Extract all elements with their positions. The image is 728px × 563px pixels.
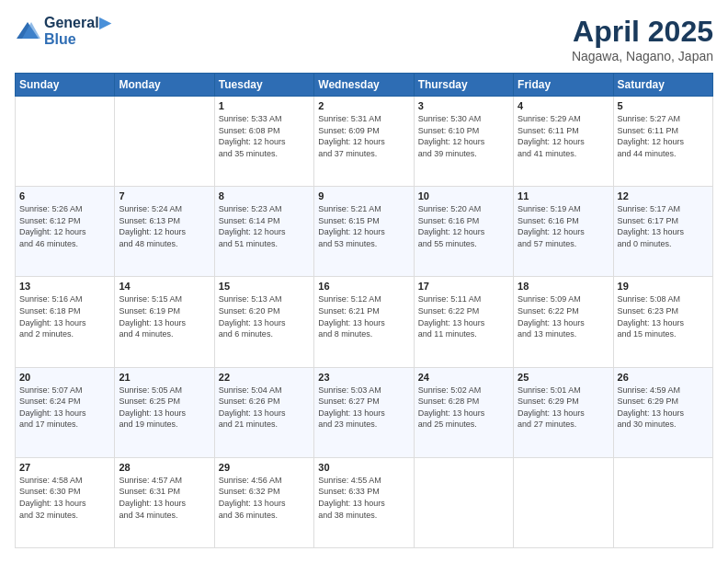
title-section: April 2025 Nagawa, Nagano, Japan: [572, 15, 713, 63]
calendar-week-row: 6Sunrise: 5:26 AM Sunset: 6:12 PM Daylig…: [16, 187, 713, 277]
table-row: 21Sunrise: 5:05 AM Sunset: 6:25 PM Dayli…: [115, 367, 214, 457]
day-number: 19: [618, 281, 709, 292]
day-info: Sunrise: 4:57 AM Sunset: 6:31 PM Dayligh…: [119, 475, 210, 521]
col-wednesday: Wednesday: [314, 74, 414, 97]
day-number: 11: [518, 190, 609, 201]
table-row: [414, 457, 513, 547]
table-row: 30Sunrise: 4:55 AM Sunset: 6:33 PM Dayli…: [314, 457, 414, 547]
table-row: 26Sunrise: 4:59 AM Sunset: 6:29 PM Dayli…: [613, 367, 712, 457]
day-number: 24: [418, 372, 509, 383]
day-info: Sunrise: 5:33 AM Sunset: 6:08 PM Dayligh…: [219, 113, 310, 159]
day-number: 27: [19, 462, 110, 473]
day-info: Sunrise: 5:13 AM Sunset: 6:20 PM Dayligh…: [219, 293, 310, 339]
table-row: [514, 457, 613, 547]
day-info: Sunrise: 5:30 AM Sunset: 6:10 PM Dayligh…: [418, 113, 509, 159]
table-row: [16, 97, 115, 187]
day-number: 18: [518, 281, 609, 292]
table-row: 29Sunrise: 4:56 AM Sunset: 6:32 PM Dayli…: [214, 457, 313, 547]
table-row: 5Sunrise: 5:27 AM Sunset: 6:11 PM Daylig…: [613, 97, 712, 187]
day-number: 7: [119, 190, 210, 201]
day-number: 26: [618, 372, 709, 383]
day-number: 15: [219, 281, 310, 292]
day-number: 6: [19, 190, 110, 201]
day-info: Sunrise: 5:24 AM Sunset: 6:13 PM Dayligh…: [119, 203, 210, 249]
day-info: Sunrise: 5:12 AM Sunset: 6:21 PM Dayligh…: [318, 293, 409, 339]
day-number: 21: [119, 372, 210, 383]
day-info: Sunrise: 5:17 AM Sunset: 6:17 PM Dayligh…: [618, 203, 709, 249]
day-number: 20: [19, 372, 110, 383]
day-number: 1: [219, 100, 310, 111]
day-number: 12: [618, 190, 709, 201]
table-row: 3Sunrise: 5:30 AM Sunset: 6:10 PM Daylig…: [414, 97, 513, 187]
day-info: Sunrise: 5:11 AM Sunset: 6:22 PM Dayligh…: [418, 293, 509, 339]
logo-text-line1: General▶: [44, 15, 110, 31]
day-info: Sunrise: 4:55 AM Sunset: 6:33 PM Dayligh…: [318, 475, 409, 521]
table-row: 27Sunrise: 4:58 AM Sunset: 6:30 PM Dayli…: [16, 457, 115, 547]
day-number: 4: [518, 100, 609, 111]
page: General▶ Blue April 2025 Nagawa, Nagano,…: [0, 0, 728, 563]
day-info: Sunrise: 5:03 AM Sunset: 6:27 PM Dayligh…: [318, 385, 409, 431]
day-info: Sunrise: 5:08 AM Sunset: 6:23 PM Dayligh…: [618, 293, 709, 339]
day-info: Sunrise: 5:05 AM Sunset: 6:25 PM Dayligh…: [119, 385, 210, 431]
day-number: 2: [318, 100, 409, 111]
day-info: Sunrise: 5:29 AM Sunset: 6:11 PM Dayligh…: [518, 113, 609, 159]
logo-icon: [15, 18, 40, 44]
day-info: Sunrise: 5:16 AM Sunset: 6:18 PM Dayligh…: [19, 293, 110, 339]
day-number: 17: [418, 281, 509, 292]
day-number: 28: [119, 462, 210, 473]
day-number: 9: [318, 190, 409, 201]
table-row: 19Sunrise: 5:08 AM Sunset: 6:23 PM Dayli…: [613, 277, 712, 367]
calendar-week-row: 13Sunrise: 5:16 AM Sunset: 6:18 PM Dayli…: [16, 277, 713, 367]
calendar-week-row: 1Sunrise: 5:33 AM Sunset: 6:08 PM Daylig…: [16, 97, 713, 187]
day-info: Sunrise: 5:23 AM Sunset: 6:14 PM Dayligh…: [219, 203, 310, 249]
table-row: 10Sunrise: 5:20 AM Sunset: 6:16 PM Dayli…: [414, 187, 513, 277]
table-row: [115, 97, 214, 187]
day-number: 29: [219, 462, 310, 473]
day-info: Sunrise: 5:07 AM Sunset: 6:24 PM Dayligh…: [19, 385, 110, 431]
col-monday: Monday: [115, 74, 214, 97]
table-row: [613, 457, 712, 547]
day-number: 16: [318, 281, 409, 292]
table-row: 16Sunrise: 5:12 AM Sunset: 6:21 PM Dayli…: [314, 277, 414, 367]
calendar-header-row: Sunday Monday Tuesday Wednesday Thursday…: [16, 74, 713, 97]
table-row: 14Sunrise: 5:15 AM Sunset: 6:19 PM Dayli…: [115, 277, 214, 367]
table-row: 17Sunrise: 5:11 AM Sunset: 6:22 PM Dayli…: [414, 277, 513, 367]
table-row: 7Sunrise: 5:24 AM Sunset: 6:13 PM Daylig…: [115, 187, 214, 277]
day-number: 10: [418, 190, 509, 201]
col-thursday: Thursday: [414, 74, 513, 97]
day-info: Sunrise: 4:58 AM Sunset: 6:30 PM Dayligh…: [19, 475, 110, 521]
day-info: Sunrise: 5:21 AM Sunset: 6:15 PM Dayligh…: [318, 203, 409, 249]
day-info: Sunrise: 5:20 AM Sunset: 6:16 PM Dayligh…: [418, 203, 509, 249]
table-row: 24Sunrise: 5:02 AM Sunset: 6:28 PM Dayli…: [414, 367, 513, 457]
table-row: 23Sunrise: 5:03 AM Sunset: 6:27 PM Dayli…: [314, 367, 414, 457]
table-row: 28Sunrise: 4:57 AM Sunset: 6:31 PM Dayli…: [115, 457, 214, 547]
calendar-week-row: 20Sunrise: 5:07 AM Sunset: 6:24 PM Dayli…: [16, 367, 713, 457]
table-row: 22Sunrise: 5:04 AM Sunset: 6:26 PM Dayli…: [214, 367, 313, 457]
col-saturday: Saturday: [613, 74, 712, 97]
location: Nagawa, Nagano, Japan: [572, 49, 713, 63]
header: General▶ Blue April 2025 Nagawa, Nagano,…: [15, 15, 713, 63]
col-tuesday: Tuesday: [214, 74, 313, 97]
table-row: 25Sunrise: 5:01 AM Sunset: 6:29 PM Dayli…: [514, 367, 613, 457]
table-row: 9Sunrise: 5:21 AM Sunset: 6:15 PM Daylig…: [314, 187, 414, 277]
col-sunday: Sunday: [16, 74, 115, 97]
table-row: 12Sunrise: 5:17 AM Sunset: 6:17 PM Dayli…: [613, 187, 712, 277]
day-number: 13: [19, 281, 110, 292]
day-info: Sunrise: 5:01 AM Sunset: 6:29 PM Dayligh…: [518, 385, 609, 431]
day-number: 30: [318, 462, 409, 473]
day-info: Sunrise: 4:56 AM Sunset: 6:32 PM Dayligh…: [219, 475, 310, 521]
day-info: Sunrise: 5:15 AM Sunset: 6:19 PM Dayligh…: [119, 293, 210, 339]
day-info: Sunrise: 5:09 AM Sunset: 6:22 PM Dayligh…: [518, 293, 609, 339]
day-info: Sunrise: 5:19 AM Sunset: 6:16 PM Dayligh…: [518, 203, 609, 249]
col-friday: Friday: [514, 74, 613, 97]
day-number: 23: [318, 372, 409, 383]
logo-text-line2: Blue: [44, 31, 110, 48]
table-row: 4Sunrise: 5:29 AM Sunset: 6:11 PM Daylig…: [514, 97, 613, 187]
day-info: Sunrise: 5:31 AM Sunset: 6:09 PM Dayligh…: [318, 113, 409, 159]
day-info: Sunrise: 4:59 AM Sunset: 6:29 PM Dayligh…: [618, 385, 709, 431]
day-number: 22: [219, 372, 310, 383]
table-row: 8Sunrise: 5:23 AM Sunset: 6:14 PM Daylig…: [214, 187, 313, 277]
table-row: 2Sunrise: 5:31 AM Sunset: 6:09 PM Daylig…: [314, 97, 414, 187]
calendar-table: Sunday Monday Tuesday Wednesday Thursday…: [15, 73, 713, 548]
day-info: Sunrise: 5:04 AM Sunset: 6:26 PM Dayligh…: [219, 385, 310, 431]
